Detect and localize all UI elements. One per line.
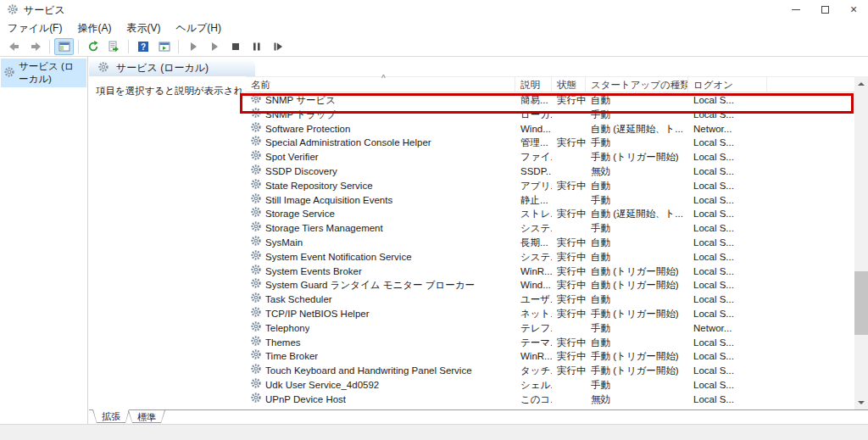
service-status-cell: 実行中 xyxy=(552,292,586,307)
menu-file[interactable]: ファイル(F) xyxy=(0,19,70,37)
close-button[interactable]: × xyxy=(839,0,868,19)
service-gear-icon xyxy=(250,236,262,250)
start-alt-icon[interactable] xyxy=(204,38,224,55)
column-header-logon[interactable]: ログオン xyxy=(688,77,767,92)
tree-item-services-local[interactable]: サービス (ローカル) xyxy=(1,58,86,87)
service-logon-cell: Local S... xyxy=(688,221,854,236)
pane-header-label: サービス (ローカル) xyxy=(116,61,209,75)
service-row[interactable]: State Repository Serviceアプリ...実行中自動Local… xyxy=(246,179,854,193)
service-startup-type-cell: 手動 xyxy=(586,221,688,236)
service-row[interactable]: SysMain長期...実行中自動Local S... xyxy=(246,236,854,250)
service-status-cell xyxy=(552,164,586,179)
console-tree-icon[interactable] xyxy=(54,38,74,55)
service-gear-icon xyxy=(250,321,262,336)
menu-bar: ファイル(F) 操作(A) 表示(V) ヘルプ(H) xyxy=(0,19,868,37)
back-icon[interactable] xyxy=(4,38,24,55)
service-name-cell: System Guard ランタイム モニター ブローカー xyxy=(246,278,515,292)
tab-extended[interactable]: 拡張 xyxy=(92,409,130,423)
service-name-cell: UPnP Device Host xyxy=(246,393,515,407)
service-logon-cell: Local S... xyxy=(688,136,854,150)
service-gear-icon xyxy=(250,278,262,292)
maximize-button[interactable] xyxy=(810,0,839,19)
service-row[interactable]: Udk User Service_4d0592シェル...手動Local S..… xyxy=(246,378,854,393)
service-row[interactable]: TCP/IP NetBIOS Helperネット...実行中手動 (トリガー開始… xyxy=(246,307,854,321)
toolbar-separator xyxy=(49,40,50,53)
service-row[interactable]: Spot Verifierファイ...手動 (トリガー開始)Local S... xyxy=(246,150,854,164)
column-header-startup-type[interactable]: スタートアップの種類 xyxy=(586,77,688,92)
service-row[interactable]: Still Image Acquisition Events静止...手動Loc… xyxy=(246,193,854,208)
menu-help[interactable]: ヘルプ(H) xyxy=(168,19,229,37)
column-header-description[interactable]: 説明 xyxy=(515,77,552,92)
service-status-cell: 実行中 xyxy=(552,236,586,250)
service-startup-type-cell: 自動 (遅延開始、ト... xyxy=(586,207,688,221)
refresh-icon[interactable] xyxy=(83,38,103,55)
service-description-cell: 静止... xyxy=(515,193,552,208)
toolbar-separator xyxy=(128,40,129,53)
service-row[interactable]: Time BrokerWinR...実行中手動 (トリガー開始)Local S.… xyxy=(246,349,854,364)
service-description-cell: Wind... xyxy=(515,278,552,292)
stop-icon[interactable] xyxy=(225,38,245,55)
service-description-cell: このコ... xyxy=(515,393,552,407)
restart-icon[interactable] xyxy=(268,38,287,55)
service-status-cell: 実行中 xyxy=(552,179,586,193)
service-description-cell: ローカ... xyxy=(515,108,552,122)
service-status-cell xyxy=(552,122,586,136)
menu-view[interactable]: 表示(V) xyxy=(119,19,168,37)
minimize-button[interactable] xyxy=(782,0,810,19)
vertical-scrollbar[interactable] xyxy=(854,76,868,409)
pane-header: サービス (ローカル) xyxy=(89,59,255,76)
action-pane-icon[interactable] xyxy=(154,38,174,55)
service-row[interactable]: Task Schedulerユーザ...実行中自動Local S... xyxy=(246,292,854,307)
service-startup-type-cell: 手動 xyxy=(586,108,688,122)
service-logon-cell: Local S... xyxy=(688,236,854,250)
help-icon[interactable]: ? xyxy=(133,38,153,55)
service-row[interactable]: SNMP サービス簡易...実行中自動Local S... xyxy=(246,93,854,108)
service-logon-cell: Local S... xyxy=(688,265,854,279)
service-logon-cell: Local S... xyxy=(688,207,854,221)
scroll-up-icon[interactable] xyxy=(854,76,868,91)
sort-ascending-icon: ^ xyxy=(381,74,386,83)
service-description-cell: シェル... xyxy=(515,378,552,393)
forward-icon[interactable] xyxy=(25,38,45,55)
scroll-down-icon[interactable] xyxy=(854,395,868,409)
scrollbar-thumb[interactable] xyxy=(854,271,868,335)
service-logon-cell: Local S... xyxy=(688,250,854,265)
service-status-cell xyxy=(552,150,586,164)
service-row[interactable]: Storage Serviceストレ...実行中自動 (遅延開始、ト...Loc… xyxy=(246,207,854,221)
service-row[interactable]: Themesテーマ...実行中自動Local S... xyxy=(246,336,854,350)
service-row[interactable]: Touch Keyboard and Handwriting Panel Ser… xyxy=(246,364,854,378)
column-header-status[interactable]: 状態 xyxy=(552,77,586,92)
service-row[interactable]: System Events BrokerWinR...実行中自動 (トリガー開始… xyxy=(246,265,854,279)
services-gear-icon xyxy=(97,61,109,75)
service-status-cell: 実行中 xyxy=(552,136,586,150)
service-row[interactable]: Telephonyテレフ...手動Networ... xyxy=(246,321,854,336)
service-gear-icon xyxy=(250,93,262,108)
service-logon-cell: Networ... xyxy=(688,122,854,136)
service-row[interactable]: System Event Notification Serviceシステ...実… xyxy=(246,250,854,265)
start-icon[interactable] xyxy=(183,38,203,55)
pause-icon[interactable] xyxy=(247,38,266,55)
service-row[interactable]: System Guard ランタイム モニター ブローカーWind...実行中自… xyxy=(246,278,854,292)
services-rows: SNMP サービス簡易...実行中自動Local S...SNMP トラップロー… xyxy=(246,93,854,410)
window-title: サービス xyxy=(24,3,65,18)
service-row[interactable]: SNMP トラップローカ...手動Local S... xyxy=(246,108,854,122)
menu-action[interactable]: 操作(A) xyxy=(70,19,119,37)
service-logon-cell: Local S... xyxy=(688,179,854,193)
service-row[interactable]: SSDP DiscoverySSDP..無効Local S... xyxy=(246,164,854,179)
export-list-icon[interactable] xyxy=(104,38,124,55)
column-header-name[interactable]: 名前 xyxy=(246,77,515,92)
service-row[interactable]: UPnP Device Hostこのコ...無効Local S... xyxy=(246,393,854,407)
service-logon-cell: Local S... xyxy=(688,193,854,208)
service-name-cell: Telephony xyxy=(246,321,515,336)
service-startup-type-cell: 自動 xyxy=(586,250,688,265)
service-row[interactable]: Special Administration Console Helper管理.… xyxy=(246,136,854,150)
service-gear-icon xyxy=(250,221,262,236)
service-gear-icon xyxy=(250,164,262,179)
service-logon-cell: Local S... xyxy=(688,393,854,407)
service-description-cell: ネット... xyxy=(515,307,552,321)
service-row[interactable]: Software ProtectionWind...自動 (遅延開始、ト...N… xyxy=(246,122,854,136)
service-description-cell: ファイ... xyxy=(515,150,552,164)
tab-standard[interactable]: 標準 xyxy=(128,410,165,423)
service-row[interactable]: Storage Tiers Managementシステ...手動Local S.… xyxy=(246,221,854,236)
service-name-cell: Still Image Acquisition Events xyxy=(246,193,515,208)
